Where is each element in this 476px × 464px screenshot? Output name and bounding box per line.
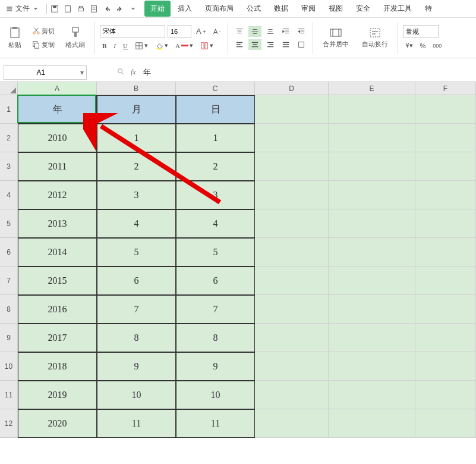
cell-E3[interactable] [329, 152, 415, 181]
cell-D7[interactable] [255, 267, 329, 295]
cell-A8[interactable]: 2016 [18, 295, 97, 324]
decrease-indent-button[interactable] [295, 26, 308, 37]
cell-A9[interactable]: 2017 [18, 324, 97, 352]
cell-D4[interactable] [255, 181, 329, 209]
cell-F8[interactable] [415, 295, 476, 324]
fx-button[interactable]: fx [131, 68, 136, 77]
tab-视图[interactable]: 视图 [323, 1, 349, 17]
font-color-button[interactable]: A▾ [173, 40, 196, 51]
font-size-select[interactable] [168, 25, 191, 38]
column-header-B[interactable]: B [97, 82, 176, 95]
cell-F2[interactable] [415, 124, 476, 152]
tab-开发工具[interactable]: 开发工具 [377, 1, 418, 17]
cell-E1[interactable] [329, 95, 415, 124]
cell-D8[interactable] [255, 295, 329, 324]
cell-F7[interactable] [415, 267, 476, 295]
cell-E12[interactable] [329, 409, 415, 438]
select-all-corner[interactable] [0, 82, 18, 95]
align-middle-button[interactable] [248, 26, 261, 37]
cell-B6[interactable]: 5 [97, 238, 176, 267]
redo-button[interactable] [116, 5, 124, 13]
cell-E6[interactable] [329, 238, 415, 267]
percent-button[interactable]: % [418, 41, 428, 51]
number-format-select[interactable] [403, 25, 439, 38]
cut-button[interactable]: 剪切 [30, 26, 57, 37]
comma-button[interactable]: 000 [430, 42, 444, 50]
cell-D5[interactable] [255, 209, 329, 238]
font-family-select[interactable] [100, 25, 165, 38]
tab-特[interactable]: 特 [419, 1, 438, 17]
another-button[interactable] [90, 5, 98, 13]
cancel-formula-button[interactable] [116, 67, 125, 77]
cell-A6[interactable]: 2014 [18, 238, 97, 267]
cell-C1[interactable]: 日 [176, 95, 255, 124]
merge-center-button[interactable]: 合并居中 [318, 24, 354, 51]
layout-button[interactable]: ▾ [198, 40, 216, 51]
cell-B4[interactable]: 3 [97, 181, 176, 209]
row-header-11[interactable]: 11 [0, 381, 18, 409]
cell-D6[interactable] [255, 238, 329, 267]
wrap-text-button[interactable]: 自动换行 [357, 24, 393, 51]
align-right-button[interactable] [264, 39, 277, 50]
cell-F9[interactable] [415, 324, 476, 352]
cell-C5[interactable]: 4 [176, 209, 255, 238]
cell-D3[interactable] [255, 152, 329, 181]
cell-B7[interactable]: 6 [97, 267, 176, 295]
cell-C2[interactable]: 1 [176, 124, 255, 152]
cell-E11[interactable] [329, 381, 415, 409]
fill-color-button[interactable]: ▾ [153, 40, 171, 51]
row-header-6[interactable]: 6 [0, 238, 18, 267]
cell-D9[interactable] [255, 324, 329, 352]
cell-A1[interactable]: 年 [18, 95, 97, 124]
row-header-10[interactable]: 10 [0, 352, 18, 381]
tab-数据[interactable]: 数据 [268, 1, 294, 17]
format-painter-button[interactable]: 格式刷 [61, 24, 90, 52]
cell-B8[interactable]: 7 [97, 295, 176, 324]
cell-B12[interactable]: 11 [97, 409, 176, 438]
cell-A11[interactable]: 2019 [18, 381, 97, 409]
cell-D2[interactable] [255, 124, 329, 152]
cell-D12[interactable] [255, 409, 329, 438]
align-center-button[interactable] [248, 39, 261, 50]
cell-E9[interactable] [329, 324, 415, 352]
cell-F6[interactable] [415, 238, 476, 267]
cell-B3[interactable]: 2 [97, 152, 176, 181]
row-header-7[interactable]: 7 [0, 267, 18, 295]
column-header-A[interactable]: A [18, 82, 97, 95]
cell-C3[interactable]: 2 [176, 152, 255, 181]
column-header-F[interactable]: F [415, 82, 476, 95]
cell-F11[interactable] [415, 381, 476, 409]
cell-B10[interactable]: 9 [97, 352, 176, 381]
cell-E8[interactable] [329, 295, 415, 324]
align-top-button[interactable] [233, 26, 246, 37]
formula-input[interactable]: 年 [143, 67, 151, 78]
cell-E5[interactable] [329, 209, 415, 238]
increase-indent-button[interactable] [279, 26, 292, 37]
cell-E10[interactable] [329, 352, 415, 381]
undo-button[interactable] [103, 5, 111, 13]
row-header-8[interactable]: 8 [0, 295, 18, 324]
cell-C12[interactable]: 11 [176, 409, 255, 438]
cell-F4[interactable] [415, 181, 476, 209]
cell-A4[interactable]: 2012 [18, 181, 97, 209]
paste-button[interactable]: 粘贴 [4, 24, 26, 52]
row-header-4[interactable]: 4 [0, 181, 18, 209]
tab-审阅[interactable]: 审阅 [295, 1, 321, 17]
align-left-button[interactable] [233, 39, 246, 50]
tab-页面布局[interactable]: 页面布局 [199, 1, 239, 17]
cell-A3[interactable]: 2011 [18, 152, 97, 181]
justify-button[interactable] [279, 39, 292, 50]
column-header-D[interactable]: D [255, 82, 329, 95]
decrease-font-button[interactable]: A- [211, 27, 223, 36]
italic-button[interactable]: I [111, 41, 118, 51]
copy-button[interactable]: 复制 [30, 39, 57, 51]
cell-D11[interactable] [255, 381, 329, 409]
print-preview-button[interactable] [64, 5, 72, 13]
increase-font-button[interactable]: A+ [194, 26, 209, 37]
cell-A12[interactable]: 2020 [18, 409, 97, 438]
cell-A2[interactable]: 2010 [18, 124, 97, 152]
cell-C9[interactable]: 8 [176, 324, 255, 352]
tab-开始[interactable]: 开始 [144, 1, 171, 17]
cell-E7[interactable] [329, 267, 415, 295]
name-box-dropdown[interactable]: ▾ [78, 68, 86, 77]
